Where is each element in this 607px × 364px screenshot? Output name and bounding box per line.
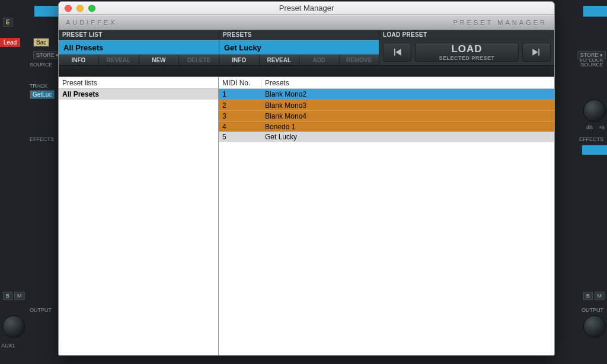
bg-db-r: dB: [586, 124, 593, 130]
brand-bar: AUDIFFEX PRESET MANAGER: [59, 15, 554, 30]
bg-effects-left: EFFECTS: [30, 136, 54, 142]
preset-row[interactable]: 4Bonedo 1: [219, 121, 554, 132]
preset-row[interactable]: 5Get Lucky: [219, 132, 554, 142]
preset-row-midi-no: 2: [219, 101, 261, 110]
presets-column-header: MIDI No. Presets: [219, 77, 554, 89]
preset-list-label: PRESET LIST: [59, 30, 219, 40]
brand-right: PRESET MANAGER: [453, 19, 548, 26]
preset-row-name: Blank Mono4: [261, 112, 554, 120]
bg-aux1: AUX1: [1, 343, 15, 349]
window-title: Preset Manager: [59, 4, 554, 12]
presets-add-button[interactable]: ADD: [299, 55, 340, 65]
preset-row-midi-no: 3: [219, 112, 261, 120]
preset-row-name: Bonedo 1: [261, 123, 554, 131]
bg-blue-bar-r2: [582, 145, 607, 155]
bg-lead-label[interactable]: Lead: [0, 38, 20, 47]
preset-lists-column-header: Preset lists: [59, 77, 218, 89]
bg-blue-bar-r: [583, 6, 607, 17]
preset-list-active[interactable]: All Presets: [59, 40, 219, 55]
presets-remove-button[interactable]: REMOVE: [340, 55, 379, 65]
bg-store-right[interactable]: STORE ▾: [577, 51, 606, 59]
midi-no-header: MIDI No.: [219, 79, 261, 87]
next-preset-button[interactable]: [522, 43, 551, 62]
preset-manager-window: Preset Manager AUDIFFEX PRESET MANAGER P…: [58, 1, 555, 356]
preset-lists-header-text: Preset lists: [59, 79, 97, 87]
presets-reveal-button[interactable]: REVEAL: [260, 55, 300, 65]
preset-row[interactable]: 3Blank Mono4: [219, 110, 554, 121]
bg-knob-right-top[interactable]: [583, 100, 606, 122]
bg-source-left: SOURCE: [30, 62, 53, 68]
presets-header: PRESETS Get Lucky INFO REVEAL ADD REMOVE: [219, 30, 379, 65]
prev-icon: [391, 46, 403, 58]
preset-row-midi-no: 5: [219, 133, 261, 141]
bg-output-right: OUTPUT: [582, 307, 603, 313]
preset-list-delete-button[interactable]: DELETE: [179, 55, 219, 65]
preset-row-name: Blank Mono2: [261, 90, 554, 98]
preset-list-row[interactable]: All Presets: [59, 89, 218, 100]
preset-row-name: Get Lucky: [261, 133, 554, 141]
load-btn-sublabel: SELECTED PRESET: [439, 55, 494, 61]
minimize-button[interactable]: [76, 5, 84, 12]
load-preset-header: LOAD PRESET LOAD SELECTED PRESET: [379, 30, 554, 65]
presets-active[interactable]: Get Lucky: [219, 40, 379, 55]
presets-actions: INFO REVEAL ADD REMOVE: [219, 55, 379, 65]
preset-row-midi-no: 1: [219, 90, 261, 98]
preset-list-actions: INFO REVEAL NEW DELETE: [59, 55, 219, 65]
close-button[interactable]: [65, 5, 72, 12]
bg-getluc-label[interactable]: GetLuc: [30, 90, 55, 99]
preset-row-name: Blank Mono3: [261, 101, 554, 110]
bg-knob-right[interactable]: [583, 315, 606, 338]
load-btn-label: LOAD: [451, 43, 482, 55]
bg-b-right[interactable]: B: [583, 292, 593, 300]
preset-list-info-button[interactable]: INFO: [59, 55, 99, 65]
presets-panel: MIDI No. Presets 1Blank Mono22Blank Mono…: [219, 77, 554, 355]
preset-list-header: PRESET LIST All Presets INFO REVEAL NEW …: [59, 30, 219, 65]
divider-strip: [59, 66, 554, 76]
presets-info-button[interactable]: INFO: [219, 55, 260, 65]
presets-name-header: Presets: [261, 79, 554, 87]
bg-m-left[interactable]: M: [14, 292, 25, 300]
bg-back-label[interactable]: Bac: [33, 38, 49, 47]
preset-lists-panel: Preset lists All Presets: [59, 77, 219, 355]
preset-list-new-button[interactable]: NEW: [139, 55, 180, 65]
preset-list-reveal-button[interactable]: REVEAL: [99, 55, 139, 65]
header-area: PRESET LIST All Presets INFO REVEAL NEW …: [59, 30, 554, 66]
bg-m-right[interactable]: M: [595, 292, 605, 300]
bg-track-label: TRACK: [30, 83, 48, 89]
bg-source-right: SOURCE: [580, 62, 603, 68]
load-selected-preset-button[interactable]: LOAD SELECTED PRESET: [415, 43, 519, 62]
preset-row-midi-no: 4: [219, 123, 261, 131]
load-preset-label: LOAD PRESET: [379, 30, 554, 40]
window-titlebar[interactable]: Preset Manager: [59, 2, 554, 15]
preset-row[interactable]: 1Blank Mono2: [219, 89, 554, 100]
maximize-button[interactable]: [88, 5, 95, 12]
presets-label: PRESETS: [219, 30, 379, 40]
prev-preset-button[interactable]: [383, 43, 411, 62]
bg-b-left[interactable]: B: [3, 292, 12, 300]
bg-blue-bar: [34, 6, 58, 17]
preset-row[interactable]: 2Blank Mono3: [219, 100, 554, 110]
traffic-lights: [59, 5, 95, 12]
bg-effects-right: EFFECTS: [579, 136, 603, 142]
brand-left: AUDIFFEX: [66, 19, 117, 26]
bg-knob-left[interactable]: [2, 315, 25, 338]
bg-e-label: E: [3, 18, 13, 27]
bg-output-left: OUTPUT: [30, 307, 52, 313]
next-icon: [531, 46, 542, 58]
bg-plus6-r: +6: [599, 124, 605, 130]
body-panels: Preset lists All Presets MIDI No. Preset…: [59, 76, 554, 355]
